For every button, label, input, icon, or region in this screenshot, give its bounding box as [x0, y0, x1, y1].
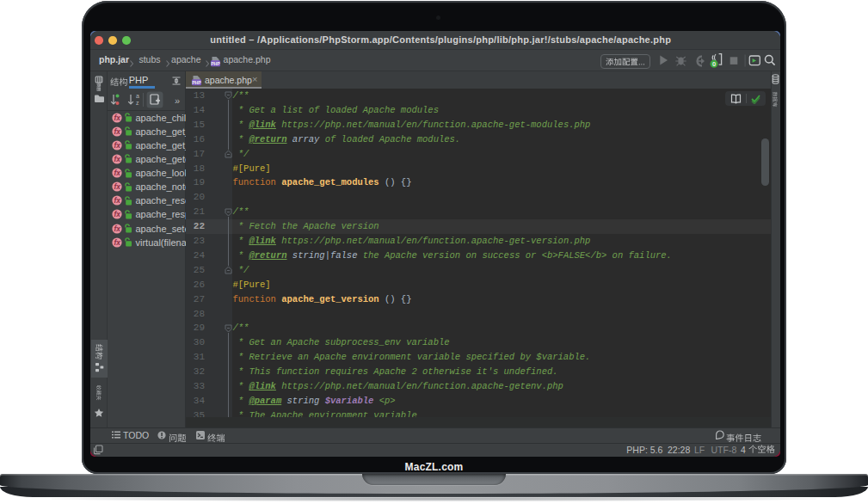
svg-text:fx: fx	[114, 196, 120, 205]
svg-text:fx: fx	[114, 238, 120, 247]
svg-text:fx: fx	[114, 169, 120, 177]
svg-text:PHP: PHP	[192, 79, 201, 84]
svg-text:fx: fx	[114, 182, 120, 191]
svg-text:0: 0	[712, 60, 716, 68]
svg-text:PHP: PHP	[211, 60, 220, 65]
svg-text:fx: fx	[114, 224, 120, 233]
svg-text:a: a	[136, 93, 139, 99]
svg-text:fx: fx	[114, 127, 120, 136]
svg-text:fx: fx	[114, 210, 120, 218]
svg-text:fx: fx	[114, 155, 120, 163]
svg-text:fx: fx	[114, 141, 120, 150]
svg-text:fx: fx	[114, 114, 120, 122]
svg-text:»: »	[175, 95, 180, 106]
svg-text:z: z	[136, 100, 139, 106]
